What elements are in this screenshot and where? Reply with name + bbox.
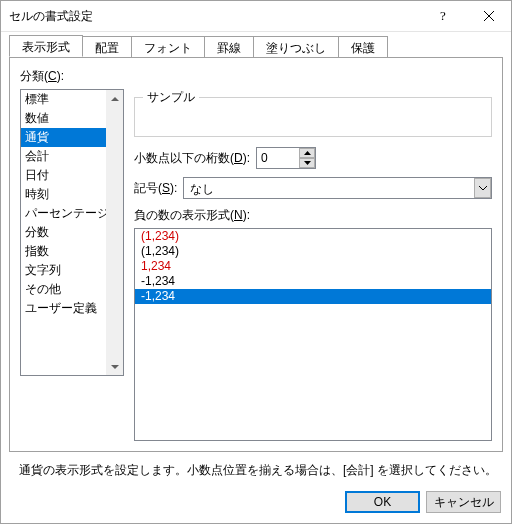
svg-marker-6	[304, 161, 311, 165]
decimals-label: 小数点以下の桁数(D):	[134, 150, 250, 167]
symbol-value[interactable]: なし	[183, 177, 492, 199]
category-item[interactable]: 数値	[21, 109, 106, 128]
help-icon: ?	[439, 9, 449, 23]
negative-item[interactable]: -1,234	[135, 289, 491, 304]
category-item[interactable]: 時刻	[21, 185, 106, 204]
category-listbox[interactable]: 標準数値通貨会計日付時刻パーセンテージ分数指数文字列その他ユーザー定義	[20, 89, 124, 376]
ok-button[interactable]: OK	[345, 491, 420, 513]
negative-item[interactable]: (1,234)	[135, 244, 491, 259]
svg-marker-3	[111, 97, 119, 101]
tab-3[interactable]: 罫線	[204, 36, 254, 57]
dialog-window: セルの書式設定 ? 表示形式配置フォント罫線塗りつぶし保護 分類(C): 標準数…	[0, 0, 512, 524]
close-icon	[484, 11, 494, 21]
right-pane: サンプル 小数点以下の桁数(D):	[134, 89, 492, 441]
decimals-spinner[interactable]	[256, 147, 316, 169]
tab-4[interactable]: 塗りつぶし	[253, 36, 339, 57]
svg-marker-5	[304, 151, 311, 155]
category-label-pre: 分類(	[20, 69, 48, 83]
tab-1[interactable]: 配置	[82, 36, 132, 57]
category-item[interactable]: 会計	[21, 147, 106, 166]
negative-item[interactable]: -1,234	[135, 274, 491, 289]
scroll-down-button[interactable]	[106, 358, 123, 375]
cancel-button[interactable]: キャンセル	[426, 491, 501, 513]
category-label: 分類(C):	[20, 68, 492, 85]
category-label-post: ):	[57, 69, 64, 83]
symbol-label-post: ):	[170, 181, 177, 195]
category-item[interactable]: 通貨	[21, 128, 106, 147]
scroll-up-button[interactable]	[106, 90, 123, 107]
window-title: セルの書式設定	[1, 8, 421, 25]
decimals-label-accel: D	[234, 151, 243, 165]
symbol-label-pre: 記号(	[134, 181, 162, 195]
category-label-accel: C	[48, 69, 57, 83]
svg-text:?: ?	[440, 9, 446, 23]
symbol-row: 記号(S): なし	[134, 177, 492, 199]
decimals-label-post: ):	[243, 151, 250, 165]
dropdown-button[interactable]	[474, 178, 491, 198]
category-list: 標準数値通貨会計日付時刻パーセンテージ分数指数文字列その他ユーザー定義	[21, 90, 106, 375]
svg-marker-4	[111, 365, 119, 369]
category-item[interactable]: 日付	[21, 166, 106, 185]
tab-panel: 分類(C): 標準数値通貨会計日付時刻パーセンテージ分数指数文字列その他ユーザー…	[9, 57, 503, 452]
spin-down-button[interactable]	[299, 158, 315, 168]
negative-label-pre: 負の数の表示形式(	[134, 208, 234, 222]
category-item[interactable]: 分数	[21, 223, 106, 242]
negative-item[interactable]: (1,234)	[135, 229, 491, 244]
category-item[interactable]: 標準	[21, 90, 106, 109]
negative-label: 負の数の表示形式(N):	[134, 207, 492, 224]
category-item[interactable]: ユーザー定義	[21, 299, 106, 318]
sample-legend: サンプル	[143, 89, 199, 106]
decimals-label-pre: 小数点以下の桁数(	[134, 151, 234, 165]
tab-5[interactable]: 保護	[338, 36, 388, 57]
scrollbar[interactable]	[106, 90, 123, 375]
scrollbar-track[interactable]	[106, 107, 123, 358]
symbol-dropdown[interactable]: なし	[183, 177, 492, 199]
category-item[interactable]: 指数	[21, 242, 106, 261]
symbol-label: 記号(S):	[134, 180, 177, 197]
spin-up-button[interactable]	[299, 148, 315, 158]
category-item[interactable]: その他	[21, 280, 106, 299]
negative-label-accel: N	[234, 208, 243, 222]
negative-listbox[interactable]: (1,234)(1,234)1,234-1,234-1,234	[134, 228, 492, 441]
chevron-up-icon	[111, 97, 119, 101]
titlebar: セルの書式設定 ?	[1, 1, 511, 32]
decimals-row: 小数点以下の桁数(D):	[134, 147, 492, 169]
chevron-down-icon	[111, 365, 119, 369]
negative-label-post: ):	[243, 208, 250, 222]
description-text: 通貨の表示形式を設定します。小数点位置を揃える場合は、[会計] を選択してくださ…	[19, 462, 503, 479]
triangle-down-icon	[304, 161, 311, 165]
category-item[interactable]: パーセンテージ	[21, 204, 106, 223]
tab-0[interactable]: 表示形式	[9, 35, 83, 57]
category-item[interactable]: 文字列	[21, 261, 106, 280]
sample-group: サンプル	[134, 89, 492, 137]
negative-item[interactable]: 1,234	[135, 259, 491, 274]
close-button[interactable]	[466, 1, 511, 31]
negative-list: (1,234)(1,234)1,234-1,234-1,234	[135, 229, 491, 304]
button-bar: OK キャンセル	[345, 491, 501, 513]
help-button[interactable]: ?	[421, 1, 466, 31]
triangle-up-icon	[304, 151, 311, 155]
chevron-down-icon	[479, 186, 487, 190]
symbol-label-accel: S	[162, 181, 170, 195]
tab-2[interactable]: フォント	[131, 36, 205, 57]
tab-bar: 表示形式配置フォント罫線塗りつぶし保護	[9, 35, 503, 57]
